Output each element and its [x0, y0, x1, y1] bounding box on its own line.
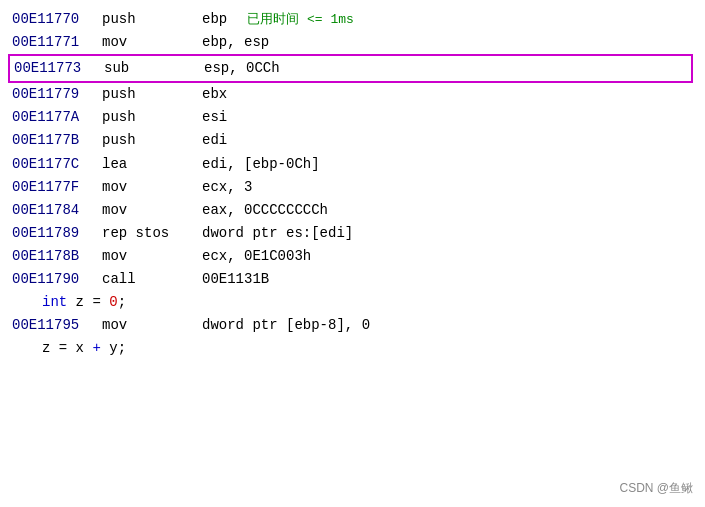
- operands: esi: [202, 106, 227, 129]
- source-var: y;: [101, 337, 126, 360]
- source-operator: +: [92, 337, 100, 360]
- address: 00E1177B: [12, 129, 102, 152]
- mnemonic: mov: [102, 245, 202, 268]
- address: 00E11773: [14, 57, 104, 80]
- mnemonic: call: [102, 268, 202, 291]
- mnemonic: rep stos: [102, 222, 202, 245]
- mnemonic: mov: [102, 176, 202, 199]
- table-row: 00E11779 push ebx: [12, 83, 693, 106]
- source-keyword: int: [42, 291, 67, 314]
- address: 00E11790: [12, 268, 102, 291]
- operands: edi, [ebp-0Ch]: [202, 153, 320, 176]
- table-row: 00E1177F mov ecx, 3: [12, 176, 693, 199]
- source-number: 0: [109, 291, 117, 314]
- operands: dword ptr es:[edi]: [202, 222, 353, 245]
- table-row: 00E1177B push edi: [12, 129, 693, 152]
- address: 00E1177A: [12, 106, 102, 129]
- address: 00E11795: [12, 314, 102, 337]
- mnemonic: mov: [102, 31, 202, 54]
- address: 00E1177C: [12, 153, 102, 176]
- table-row: 00E11789 rep stos dword ptr es:[edi]: [12, 222, 693, 245]
- source-punctuation: ;: [118, 291, 126, 314]
- operands: ecx, 3: [202, 176, 252, 199]
- address: 00E11779: [12, 83, 102, 106]
- mnemonic: lea: [102, 153, 202, 176]
- table-row: 00E11784 mov eax, 0CCCCCCCCh: [12, 199, 693, 222]
- table-row: 00E1178B mov ecx, 0E1C003h: [12, 245, 693, 268]
- mnemonic: mov: [102, 314, 202, 337]
- source-line: z = x + y;: [12, 337, 693, 360]
- operands: 00E1131B: [202, 268, 269, 291]
- operands: esp, 0CCh: [204, 57, 280, 80]
- source-var: z = x: [42, 337, 92, 360]
- address: 00E11784: [12, 199, 102, 222]
- mnemonic: sub: [104, 57, 204, 80]
- table-row: 00E1177C lea edi, [ebp-0Ch]: [12, 153, 693, 176]
- address: 00E1178B: [12, 245, 102, 268]
- address: 00E11770: [12, 8, 102, 31]
- table-row: 00E11790 call 00E1131B: [12, 268, 693, 291]
- address: 00E11789: [12, 222, 102, 245]
- table-row: 00E11770 push ebp 已用时间 <= 1ms: [12, 8, 693, 31]
- operands: eax, 0CCCCCCCCh: [202, 199, 328, 222]
- operands: ebp: [202, 8, 227, 31]
- mnemonic: mov: [102, 199, 202, 222]
- source-var: z =: [67, 291, 109, 314]
- table-row: 00E11795 mov dword ptr [ebp-8], 0: [12, 314, 693, 337]
- operands: ecx, 0E1C003h: [202, 245, 311, 268]
- watermark: CSDN @鱼鳅: [619, 480, 693, 497]
- mnemonic: push: [102, 129, 202, 152]
- mnemonic: push: [102, 8, 202, 31]
- table-row-highlighted: 00E11773 sub esp, 0CCh: [8, 54, 693, 83]
- disasm-container: 00E11770 push ebp 已用时间 <= 1ms 00E11771 m…: [0, 0, 705, 368]
- address: 00E1177F: [12, 176, 102, 199]
- table-row: 00E1177A push esi: [12, 106, 693, 129]
- operands: ebp, esp: [202, 31, 269, 54]
- mnemonic: push: [102, 106, 202, 129]
- operands: dword ptr [ebp-8], 0: [202, 314, 370, 337]
- address: 00E11771: [12, 31, 102, 54]
- mnemonic: push: [102, 83, 202, 106]
- comment: 已用时间 <= 1ms: [247, 9, 354, 30]
- operands: ebx: [202, 83, 227, 106]
- source-line: int z = 0 ;: [12, 291, 693, 314]
- table-row: 00E11771 mov ebp, esp: [12, 31, 693, 54]
- operands: edi: [202, 129, 227, 152]
